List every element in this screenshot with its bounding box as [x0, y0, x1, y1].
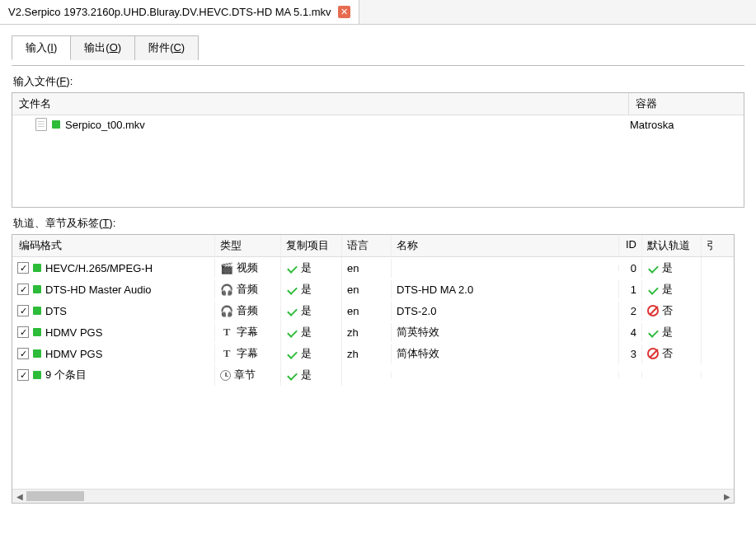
track-row[interactable]: ✓9 个条目章节是	[12, 364, 734, 386]
forbid-icon	[647, 348, 659, 359]
col-name[interactable]: 名称	[392, 235, 619, 256]
input-files-pane: 文件名 容器 Serpico_t00.mkvMatroska	[12, 92, 744, 208]
file-tab[interactable]: V2.Serpico 1973.2160p.UHD.Bluray.DV.HEVC…	[0, 0, 359, 24]
check-icon	[286, 327, 298, 337]
track-checkbox[interactable]: ✓	[17, 262, 29, 274]
track-id: 2	[619, 302, 642, 321]
track-type: 音频	[237, 303, 258, 318]
tracks-pane: 编码格式 类型 复制项目 语言 名称 ID 默认轨道 引 ✓HEVC/H.265…	[12, 234, 735, 504]
track-checkbox[interactable]: ✓	[17, 305, 29, 316]
track-id: 4	[619, 323, 642, 342]
track-checkbox[interactable]: ✓	[17, 369, 29, 381]
track-default: 是	[662, 282, 673, 297]
track-copy: 是	[301, 325, 312, 340]
track-lang	[342, 372, 392, 378]
track-copy: 是	[301, 282, 312, 297]
status-icon	[33, 328, 41, 336]
tab-input[interactable]: 输入(I)	[12, 35, 71, 60]
audio-icon: 🎧	[220, 305, 233, 317]
col-extra[interactable]: 引	[702, 235, 713, 256]
track-codec: HDMV PGS	[45, 326, 102, 339]
scroll-left-icon[interactable]: ◀	[12, 492, 26, 501]
track-lang: zh	[342, 323, 392, 342]
status-icon	[33, 264, 41, 272]
track-extra	[702, 329, 713, 335]
track-extra	[702, 286, 713, 293]
track-row[interactable]: ✓DTS-HD Master Audio🎧音频是enDTS-HD MA 2.01…	[12, 279, 734, 300]
track-type: 视频	[237, 260, 258, 275]
col-codec[interactable]: 编码格式	[12, 235, 215, 256]
check-icon	[286, 263, 298, 273]
track-row[interactable]: ✓DTS🎧音频是enDTS-2.02否	[12, 300, 734, 321]
track-type: 字幕	[237, 346, 258, 361]
track-copy: 是	[301, 260, 312, 275]
check-icon	[286, 349, 298, 359]
track-id: 1	[619, 280, 642, 299]
h-scrollbar[interactable]: ◀ ▶	[12, 489, 734, 503]
track-checkbox[interactable]: ✓	[17, 326, 29, 338]
file-icon	[35, 118, 47, 131]
track-default: 是	[662, 260, 673, 275]
col-filename[interactable]: 文件名	[12, 93, 629, 115]
col-lang[interactable]: 语言	[342, 235, 392, 256]
file-tab-title: V2.Serpico 1973.2160p.UHD.Bluray.DV.HEVC…	[8, 6, 331, 18]
track-name: 简体特效	[392, 343, 619, 364]
check-icon	[647, 284, 659, 294]
track-type: 字幕	[237, 325, 258, 340]
track-id: 3	[619, 344, 642, 363]
check-icon	[286, 370, 298, 380]
check-icon	[286, 306, 298, 316]
track-codec: HEVC/H.265/MPEG-H	[45, 262, 153, 274]
track-checkbox[interactable]: ✓	[17, 284, 29, 295]
track-name: 简英特效	[392, 321, 619, 343]
file-tab-bar: V2.Serpico 1973.2160p.UHD.Bluray.DV.HEVC…	[0, 0, 756, 25]
track-row[interactable]: ✓HDMV PGST字幕是zh简英特效4是	[12, 321, 734, 343]
scroll-right-icon[interactable]: ▶	[720, 492, 734, 501]
track-name	[392, 265, 619, 271]
track-default: 是	[662, 325, 673, 340]
track-type: 音频	[237, 282, 258, 297]
status-icon	[33, 349, 41, 358]
check-icon	[286, 284, 298, 294]
status-icon	[33, 307, 41, 315]
col-type[interactable]: 类型	[215, 235, 281, 256]
status-icon	[33, 371, 41, 379]
track-id	[619, 372, 642, 378]
track-codec: 9 个条目	[45, 368, 87, 382]
track-extra	[702, 307, 713, 314]
track-copy: 是	[301, 368, 312, 382]
tab-output[interactable]: 输出(O)	[71, 35, 135, 60]
track-default: 否	[662, 346, 673, 361]
track-codec: DTS-HD Master Audio	[45, 284, 152, 296]
track-checkbox[interactable]: ✓	[17, 348, 29, 359]
track-name: DTS-2.0	[392, 302, 619, 321]
scroll-thumb[interactable]	[26, 491, 84, 501]
check-icon	[647, 263, 659, 273]
col-copy[interactable]: 复制项目	[281, 235, 342, 256]
col-id[interactable]: ID	[619, 235, 642, 256]
subtitle-icon: T	[220, 326, 233, 339]
track-codec: DTS	[45, 305, 67, 317]
file-row[interactable]: Serpico_t00.mkvMatroska	[12, 115, 744, 134]
tab-attachments[interactable]: 附件(C)	[135, 35, 199, 60]
track-name	[392, 372, 619, 378]
inner-tabs: 输入(I) 输出(O) 附件(C)	[12, 35, 744, 59]
track-row[interactable]: ✓HDMV PGST字幕是zh简体特效3否	[12, 343, 734, 364]
track-extra	[702, 350, 713, 357]
track-copy: 是	[301, 303, 312, 318]
forbid-icon	[647, 305, 659, 316]
track-codec: HDMV PGS	[45, 348, 102, 360]
track-lang: en	[342, 259, 392, 278]
track-lang: en	[342, 302, 392, 321]
tracks-label: 轨道、章节及标签(T):	[13, 216, 744, 231]
close-icon[interactable]: ✕	[338, 6, 350, 18]
subtitle-icon: T	[220, 347, 233, 360]
status-icon	[33, 285, 41, 293]
col-container[interactable]: 容器	[629, 93, 744, 115]
track-lang: zh	[342, 344, 392, 363]
video-icon: 🎬	[220, 262, 233, 274]
track-row[interactable]: ✓HEVC/H.265/MPEG-H🎬视频是en0是	[12, 257, 734, 279]
track-lang: en	[342, 280, 392, 299]
chapter-icon	[220, 370, 231, 381]
col-default[interactable]: 默认轨道	[642, 235, 702, 256]
